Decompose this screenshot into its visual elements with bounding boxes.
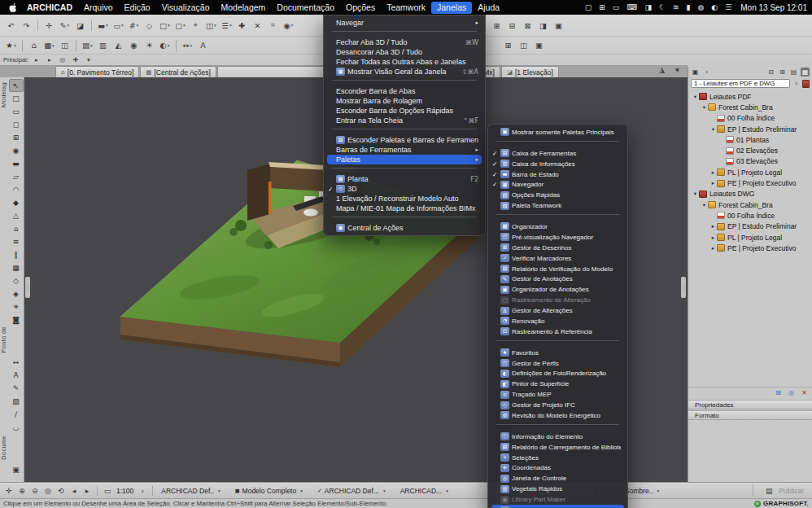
- menubar-item[interactable]: ARCHICAD: [21, 2, 78, 14]
- spotlight-icon[interactable]: ◍: [697, 3, 704, 11]
- project-chooser-icon[interactable]: ▣: [691, 68, 700, 77]
- menu-item[interactable]: ▤ Relatório de Verificação do Modelo: [488, 264, 627, 274]
- menu-item[interactable]: ◔ Renovação: [488, 316, 627, 326]
- view-tab[interactable]: ◪ [1 Elevação]: [501, 66, 559, 77]
- tree-item[interactable]: ▾ Forest Cabin_Bra: [688, 199, 812, 210]
- window-tool[interactable]: ⊞: [9, 131, 24, 144]
- camera-tool[interactable]: ◙: [9, 313, 24, 326]
- curtain-wall-tool[interactable]: ▦: [9, 261, 24, 274]
- render-icon[interactable]: ◉: [282, 19, 295, 33]
- forward-icon[interactable]: ▸: [81, 484, 93, 497]
- menu-item[interactable]: Entrar na Tela Cheia ⌃⌘F: [324, 116, 485, 125]
- tree-item[interactable]: ▾ Leiautes PDF: [688, 91, 812, 102]
- tree-item[interactable]: 02 Elevações: [688, 145, 812, 155]
- expander-icon[interactable]: ▸: [709, 234, 717, 241]
- pan-icon[interactable]: ✛: [3, 484, 15, 497]
- stair-tool[interactable]: ≡: [9, 235, 24, 248]
- tool-button[interactable]: [9, 434, 24, 463]
- tag-icon[interactable]: ▣: [532, 38, 546, 52]
- expander-icon[interactable]: ▾: [692, 190, 699, 197]
- new-folder-icon[interactable]: ⊞: [778, 68, 787, 77]
- layer-set-icon[interactable]: ▸: [45, 56, 55, 64]
- menu-item[interactable]: ▣ Mostrar somente Paletas Principais: [488, 127, 627, 138]
- pen-icon[interactable]: ✎: [58, 19, 72, 33]
- tree-item[interactable]: 00 Folha Índice: [688, 113, 812, 124]
- toolbar-button[interactable]: [91, 20, 92, 31]
- roof-tool[interactable]: ◠: [9, 183, 24, 196]
- marquee-tool[interactable]: □: [9, 92, 24, 105]
- grid-snap-icon[interactable]: #: [127, 19, 141, 33]
- label-tool[interactable]: ✎: [9, 382, 24, 395]
- menu-item[interactable]: Mapa / MIE-01 Mapa de Informações BIMx: [324, 204, 485, 213]
- level-icon[interactable]: ◨: [536, 19, 550, 33]
- menu-item[interactable]: ⌖ Seleções: [488, 453, 627, 463]
- toolbar-button[interactable]: [22, 40, 23, 51]
- screen-size-icon[interactable]: ▭: [102, 484, 113, 497]
- expander-icon[interactable]: ▸: [709, 180, 717, 186]
- link-icon[interactable]: ⊞: [490, 19, 504, 33]
- menu-item[interactable]: ≡ Traçado MEP: [488, 389, 627, 400]
- menu-item[interactable]: ⊡ Rastreamento & Referência: [488, 326, 627, 337]
- text-icon[interactable]: A: [196, 38, 210, 52]
- wall-mode-icon[interactable]: ▬: [96, 19, 110, 33]
- menu-item[interactable]: Fechar Todas as Outras Abas e Janelas: [324, 57, 485, 67]
- tab-menu-icon[interactable]: ▾: [670, 63, 684, 77]
- tree-item[interactable]: ▸ EP | Estudo Preliminar: [688, 221, 812, 232]
- display-icon[interactable]: ▭: [613, 3, 620, 11]
- dimension-icon[interactable]: ↔: [181, 38, 194, 52]
- tree-item[interactable]: ▸ PE | Projeto Executivo: [688, 177, 812, 188]
- battery-icon[interactable]: ▮: [687, 3, 691, 11]
- sun-icon[interactable]: ☀: [142, 38, 156, 52]
- menu-item[interactable]: ✓ ◇ 3D: [324, 184, 485, 194]
- arrow-tool[interactable]: ↖: [9, 79, 24, 92]
- dock-handle-left[interactable]: ⋮: [25, 277, 30, 298]
- tree-item[interactable]: ▾ EP | Estudo Preliminar: [688, 124, 812, 134]
- view-settings-dropdown[interactable]: ◼ Modelo Completo: [231, 484, 307, 497]
- app-window-icon[interactable]: ▢: [585, 3, 592, 11]
- menu-item[interactable]: ▥ Vegetais Rápidos: [488, 484, 627, 494]
- menu-item[interactable]: ⊞ Gestor de Desenhos: [488, 243, 627, 253]
- dock-handle-right[interactable]: ⋮: [681, 277, 686, 298]
- expander-icon[interactable]: ▾: [709, 126, 717, 133]
- favorites-icon[interactable]: ★: [4, 38, 18, 52]
- zone-icon[interactable]: ⊞: [501, 38, 515, 52]
- menu-item[interactable]: ✎ Gestor de Anotações: [488, 274, 627, 284]
- select-all-icon[interactable]: ▤: [81, 38, 94, 52]
- menubar-item[interactable]: Documentação: [271, 2, 340, 14]
- menu-item[interactable]: ✓ Verificar Marcadores: [488, 253, 627, 264]
- menu-item[interactable]: ⓘ Informação do Elemento: [488, 431, 627, 442]
- wall-tool[interactable]: ▭: [9, 105, 24, 118]
- undo-icon[interactable]: ↶: [4, 19, 18, 33]
- menu-item[interactable]: ▣ Organizador de Anotações: [488, 284, 627, 295]
- toolbox-group-point[interactable]: Ponto de: [0, 326, 7, 353]
- door-tool[interactable]: ◻: [9, 118, 24, 131]
- tree-item[interactable]: 03 Elevações: [688, 156, 812, 167]
- menubar-item[interactable]: Arquivo: [78, 2, 119, 14]
- menu-item[interactable]: Δ Gestor de Alterações: [488, 305, 627, 316]
- back-icon[interactable]: ◂: [68, 484, 80, 497]
- column-tool[interactable]: ◉: [9, 144, 24, 157]
- zone-tool[interactable]: ⌂: [9, 222, 24, 235]
- menubar-item[interactable]: Edição: [119, 2, 156, 14]
- cutaway-icon[interactable]: ◭: [111, 38, 125, 52]
- menu-item[interactable]: ◇ Gestor de Projeto IFC: [488, 400, 627, 410]
- view-settings-dropdown[interactable]: ✓ ARCHICAD Def...: [313, 484, 390, 497]
- menu-item[interactable]: ◆ Datasmith: [491, 505, 624, 508]
- wifi-icon[interactable]: ≋: [673, 3, 679, 11]
- morph-tool[interactable]: ◇: [9, 274, 24, 287]
- view-tab[interactable]: ▦ [Central de Ações]: [140, 66, 216, 77]
- menubar-item[interactable]: Visualização: [156, 2, 216, 14]
- menu-item[interactable]: ◎ Janela de Controle: [488, 473, 627, 484]
- close-icon[interactable]: ✕: [800, 388, 809, 397]
- menu-item[interactable]: ◫ Gestor de Perfis: [488, 358, 627, 369]
- view-tab[interactable]: ⌂ [0. Pavimento Térreo]: [55, 66, 139, 77]
- keyboard-icon[interactable]: ⌨: [626, 3, 637, 11]
- frame-icon[interactable]: ▢: [173, 19, 187, 33]
- menubar-clock[interactable]: Mon 13 Sep 12:01: [740, 3, 807, 12]
- menu-item[interactable]: ▣ Central de Ações: [324, 223, 485, 233]
- screen-mirror-icon[interactable]: ◨: [644, 3, 652, 11]
- expander-icon[interactable]: ▾: [692, 94, 699, 100]
- menu-item[interactable]: ✓ ▤ Caixa de Ferramentas: [488, 148, 627, 159]
- grid-icon[interactable]: ⊞: [599, 3, 605, 11]
- format-panel-header[interactable]: Formato: [688, 410, 812, 420]
